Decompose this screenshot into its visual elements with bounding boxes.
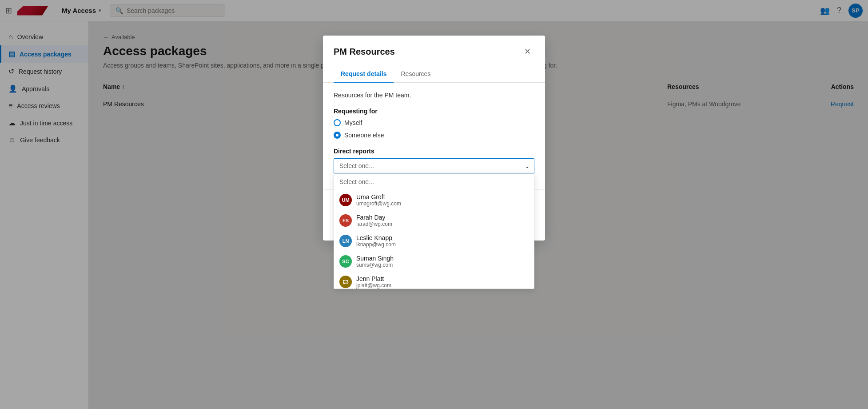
user-name-uma: Uma Groft <box>356 193 401 200</box>
user-info-suman: Suman Singh sums@wg.com <box>356 255 394 268</box>
user-avatar-leslie: LN <box>339 235 352 247</box>
user-email-uma: umagroft@wg.com <box>356 200 401 207</box>
direct-reports-select-wrapper: Select one... ⌄ Select one... UM Uma Gro… <box>334 158 534 173</box>
dropdown-item-farah-day[interactable]: FS Farah Day farad@wg.com <box>334 210 534 231</box>
modal-close-button[interactable]: ✕ <box>520 44 534 59</box>
radio-myself-input[interactable] <box>334 119 341 126</box>
dropdown-item-leslie-knapp[interactable]: LN Leslie Knapp lknapp@wg.com <box>334 231 534 251</box>
user-name-farah: Farah Day <box>356 214 392 221</box>
dropdown-item-placeholder[interactable]: Select one... <box>334 174 534 190</box>
user-avatar-uma: UM <box>339 194 352 206</box>
modal-tabs: Request details Resources <box>323 66 545 83</box>
user-info-leslie: Leslie Knapp lknapp@wg.com <box>356 234 396 248</box>
radio-someone-else[interactable]: Someone else <box>334 132 534 139</box>
pm-resources-modal: PM Resources ✕ Request details Resources… <box>323 36 545 241</box>
modal-description: Resources for the PM team. <box>334 92 534 99</box>
user-info-jenn: Jenn Platt jplatt@wg.com <box>356 275 391 289</box>
dropdown-list: Select one... UM Uma Groft umagroft@wg.c… <box>334 173 534 289</box>
user-name-leslie: Leslie Knapp <box>356 234 396 241</box>
user-email-jenn: jplatt@wg.com <box>356 282 391 289</box>
user-name-jenn: Jenn Platt <box>356 275 391 282</box>
user-name-suman: Suman Singh <box>356 255 394 262</box>
dropdown-item-uma-groft[interactable]: UM Uma Groft umagroft@wg.com <box>334 190 534 210</box>
direct-reports-select[interactable]: Select one... <box>334 158 534 173</box>
radio-someone-else-label: Someone else <box>344 132 384 139</box>
user-avatar-farah: FS <box>339 214 352 227</box>
user-info-uma: Uma Groft umagroft@wg.com <box>356 193 401 207</box>
user-email-leslie: lknapp@wg.com <box>356 241 396 248</box>
radio-myself-label: Myself <box>344 119 362 126</box>
radio-group: Myself Someone else <box>334 119 534 139</box>
user-email-farah: farad@wg.com <box>356 221 392 227</box>
dropdown-item-jenn-platt[interactable]: E3 Jenn Platt jplatt@wg.com <box>334 272 534 289</box>
tab-resources[interactable]: Resources <box>394 66 438 83</box>
user-avatar-jenn: E3 <box>339 276 352 288</box>
tab-request-details[interactable]: Request details <box>334 66 394 83</box>
dropdown-placeholder-text: Select one... <box>339 178 374 185</box>
dropdown-item-suman-singh[interactable]: SC Suman Singh sums@wg.com <box>334 251 534 272</box>
user-info-farah: Farah Day farad@wg.com <box>356 214 392 227</box>
modal-body: Resources for the PM team. Requesting fo… <box>323 83 545 189</box>
radio-someone-else-input[interactable] <box>334 132 341 139</box>
modal-overlay: PM Resources ✕ Request details Resources… <box>0 0 868 409</box>
user-avatar-suman: SC <box>339 255 352 268</box>
requesting-for-label: Requesting for <box>334 108 534 115</box>
user-email-suman: sums@wg.com <box>356 262 394 268</box>
direct-reports-label: Direct reports <box>334 148 534 155</box>
radio-myself[interactable]: Myself <box>334 119 534 126</box>
modal-title: PM Resources <box>334 47 395 57</box>
modal-header: PM Resources ✕ <box>323 36 545 59</box>
